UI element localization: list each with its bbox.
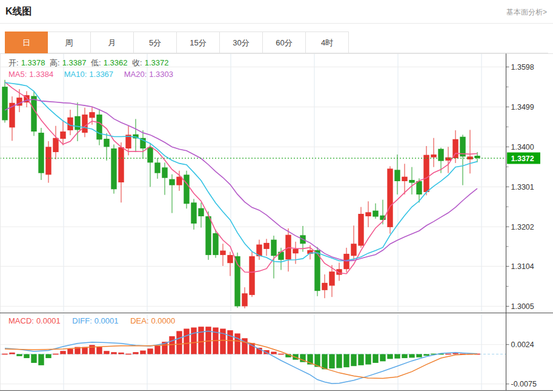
current-price-label: 1.3372 xyxy=(511,154,534,163)
tab-day[interactable]: 日 xyxy=(5,32,48,53)
candle-body xyxy=(365,212,371,216)
macd-bar xyxy=(53,354,58,355)
macd-bar xyxy=(271,352,276,354)
macd-bar xyxy=(104,351,109,354)
price-tick-label: 1.3104 xyxy=(511,262,534,271)
macd-bar xyxy=(2,354,7,355)
candle-body xyxy=(409,180,414,183)
tab-month[interactable]: 月 xyxy=(91,32,134,53)
macd-bar xyxy=(96,347,102,354)
header-divider xyxy=(0,23,553,24)
macd-bar xyxy=(147,348,153,354)
candle-body xyxy=(60,131,65,139)
candle-body xyxy=(162,167,167,178)
candle-body xyxy=(198,208,204,216)
price-tick-label: 1.3598 xyxy=(511,63,534,71)
price-tick-label: 1.3499 xyxy=(511,103,534,111)
candle-body xyxy=(31,96,36,131)
candle-body xyxy=(53,138,58,152)
candle-body xyxy=(373,211,378,217)
macd-bar xyxy=(111,352,116,354)
macd-bar xyxy=(227,330,233,354)
candle-body xyxy=(96,115,102,139)
macd-tick-label: 0.0024 xyxy=(511,341,534,349)
macd-bar xyxy=(60,351,65,354)
macd-bar xyxy=(67,349,73,354)
tab-week[interactable]: 周 xyxy=(48,32,91,53)
candle-body xyxy=(271,240,276,256)
macd-bar xyxy=(198,327,204,354)
macd-bar xyxy=(351,354,356,367)
candle-body xyxy=(38,133,44,173)
macd-bar xyxy=(45,354,51,359)
macd-bar xyxy=(343,354,349,368)
candle-body xyxy=(111,148,116,189)
candle-body xyxy=(205,216,211,255)
candle-body xyxy=(358,214,363,246)
tab-60min[interactable]: 60分 xyxy=(263,32,306,53)
macd-bar xyxy=(234,333,240,354)
macd-bar xyxy=(322,354,327,370)
candle-body xyxy=(431,154,436,158)
macd-bar xyxy=(125,354,131,355)
candle-body xyxy=(329,271,334,285)
macd-bar xyxy=(423,354,429,356)
candle-body xyxy=(213,233,218,255)
candle-body xyxy=(322,283,327,290)
macd-bar xyxy=(140,351,145,354)
macd-bar xyxy=(358,354,363,365)
candle-body xyxy=(169,179,174,185)
macd-bar xyxy=(394,354,400,359)
candle-body xyxy=(89,112,94,118)
candle-body xyxy=(75,116,80,130)
price-tick-label: 1.3301 xyxy=(511,183,534,191)
tab-15min[interactable]: 15分 xyxy=(177,32,220,53)
macd-bar xyxy=(452,353,458,354)
kline-chart-canvas[interactable]: 1.35981.34991.34001.33011.32021.31041.30… xyxy=(0,53,553,391)
candle-body xyxy=(82,115,87,133)
macd-bar xyxy=(169,336,174,354)
price-tick-label: 1.3005 xyxy=(511,302,534,311)
macd-bar xyxy=(329,354,334,369)
ma10-line xyxy=(5,82,477,262)
macd-bar xyxy=(176,331,182,354)
page-title: K线图 xyxy=(5,5,32,18)
price-tick-label: 1.3202 xyxy=(511,223,534,231)
macd-bar xyxy=(191,328,196,354)
macd-bar xyxy=(31,354,36,363)
macd-bar xyxy=(38,354,44,365)
macd-bar xyxy=(9,353,15,354)
candle-body xyxy=(394,170,400,181)
macd-bar xyxy=(387,354,392,359)
candle-body xyxy=(227,255,233,263)
macd-bar xyxy=(220,328,225,354)
candle-body xyxy=(402,177,407,181)
candle-body xyxy=(293,249,298,253)
candle-body xyxy=(154,162,160,173)
macd-bar xyxy=(89,345,94,354)
fundamental-analysis-link[interactable]: 基本面分析> xyxy=(506,7,547,18)
candle-body xyxy=(263,243,269,249)
macd-bar xyxy=(402,354,407,359)
candle-body xyxy=(242,293,247,306)
candle-body xyxy=(452,139,458,158)
candle-body xyxy=(387,168,392,227)
candle-body xyxy=(184,174,189,204)
candle-body xyxy=(104,139,109,147)
candle-body xyxy=(191,202,196,224)
kline-chart-area[interactable]: 1.35981.34991.34001.33011.32021.31041.30… xyxy=(0,53,553,391)
tab-4hour[interactable]: 4时 xyxy=(306,32,349,53)
tab-5min[interactable]: 5分 xyxy=(134,32,177,53)
macd-bar xyxy=(409,354,414,358)
macd-tick-label: -0.0075 xyxy=(511,380,537,388)
interval-tab-bar: 日周月5分15分30分60分4时 xyxy=(5,32,548,53)
tab-30min[interactable]: 30分 xyxy=(220,32,263,53)
macd-bar xyxy=(373,354,378,363)
macd-bar xyxy=(184,328,189,354)
candle-body xyxy=(278,252,283,260)
macd-bar xyxy=(416,354,422,357)
candle-body xyxy=(416,181,422,194)
dea-line xyxy=(5,341,477,379)
macd-bar xyxy=(133,352,138,354)
candle-body xyxy=(45,147,51,174)
